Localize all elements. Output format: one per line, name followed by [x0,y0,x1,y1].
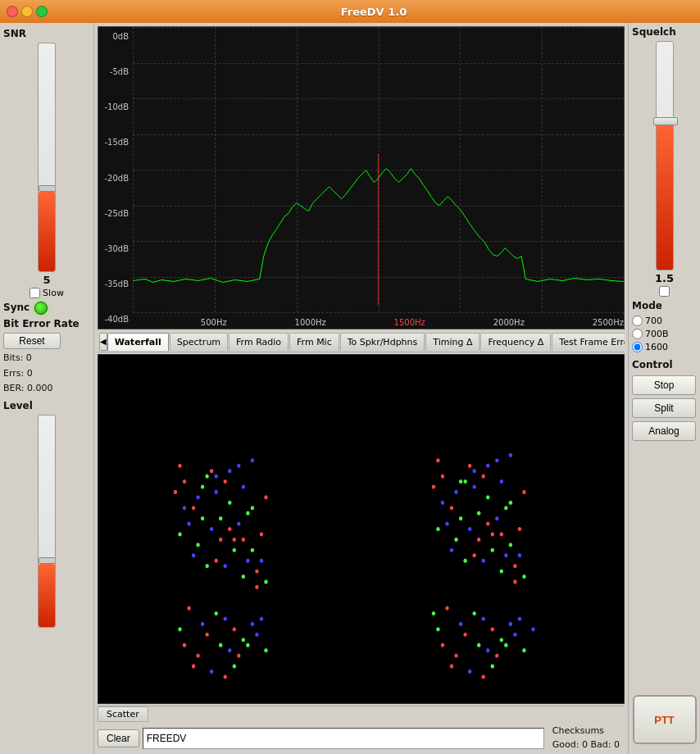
svg-point-15 [251,548,254,552]
tab-waterfall[interactable]: Waterfall [107,333,169,351]
svg-point-85 [500,479,503,484]
svg-point-57 [500,532,503,536]
freq-label-500: 500Hz [201,318,227,327]
split-button[interactable]: Split [632,398,696,418]
slow-checkbox-row[interactable]: Slow [30,288,64,298]
svg-point-36 [205,564,208,568]
svg-point-58 [504,553,507,557]
maximize-button[interactable] [36,6,48,17]
snr-track[interactable] [38,43,56,272]
sync-label: Sync [3,302,30,313]
squelch-fill [657,121,673,270]
svg-point-92 [205,633,208,637]
db-label-2: -10dB [98,102,131,111]
squelch-value: 1.5 [655,272,674,284]
mode-700-radio[interactable] [632,316,643,326]
scatter-tab-row: Scatter [98,706,625,722]
window-controls[interactable] [7,6,48,17]
checksums-label: Checksums [552,724,620,738]
tab-frequency[interactable]: Frequency Δ [480,333,551,351]
scatter-svg [98,355,624,703]
svg-point-24 [242,575,245,579]
close-button[interactable] [7,6,18,17]
svg-point-38 [192,553,195,557]
left-panel: SNR 5 Slow Sync Bit Error Rate Reset [0,23,94,754]
svg-point-56 [491,548,494,552]
svg-point-54 [477,538,480,542]
squelch-track[interactable] [656,41,674,270]
svg-point-126 [450,664,453,668]
svg-point-86 [509,501,512,505]
svg-point-18 [264,579,267,584]
svg-point-129 [441,643,444,647]
db-labels: 0dB -5dB -10dB -15dB -20dB -25dB -30dB -… [98,27,131,329]
mode-section: Mode 700 700B 1600 [632,300,697,352]
db-label-8: -40dB [98,315,131,324]
tab-to-spkr[interactable]: To Spkr/Hdphns [340,333,425,351]
minimize-button[interactable] [21,6,33,17]
squelch-label: Squelch [632,26,676,38]
squelch-thumb[interactable] [653,117,678,125]
tab-frm-radio[interactable]: Frm Radio [229,333,289,351]
svg-point-10 [219,538,222,542]
clear-button[interactable]: Clear [98,729,139,747]
svg-point-87 [486,521,489,525]
svg-point-109 [233,664,236,668]
svg-point-80 [463,559,466,563]
snr-thumb[interactable] [39,185,56,192]
svg-point-77 [504,506,507,510]
tab-frm-mic[interactable]: Frm Mic [289,333,339,351]
mode-700-label: 700 [645,316,662,326]
svg-point-28 [255,585,258,589]
tab-timing[interactable]: Timing Δ [425,333,480,351]
scatter-tab[interactable]: Scatter [98,706,148,722]
svg-point-108 [260,616,263,620]
reset-button[interactable]: Reset [3,333,61,349]
snr-label: SNR [3,28,26,39]
mode-700b-row[interactable]: 700B [632,329,697,339]
svg-point-33 [246,511,249,516]
freq-label-2500: 2500Hz [593,318,624,327]
svg-point-16 [255,569,258,573]
analog-button[interactable]: Analog [632,421,696,441]
svg-point-6 [201,516,204,520]
sync-led [34,302,48,315]
mode-1600-radio[interactable] [632,342,643,352]
level-thumb[interactable] [39,557,56,564]
freedv-input[interactable] [143,728,544,749]
squelch-checkbox-row[interactable] [659,286,670,297]
control-label: Control [632,359,697,370]
slow-checkbox[interactable] [30,288,40,298]
tab-prev-arrow[interactable]: ◀ [99,333,107,351]
svg-point-94 [219,643,222,647]
errs-stat: Errs: 0 [3,366,90,382]
svg-point-8 [210,527,213,531]
center-panel: 0dB -5dB -10dB -15dB -20dB -25dB -30dB -… [94,23,628,754]
svg-point-53 [486,495,489,499]
checksums-good: Good: 0 [552,739,588,750]
db-label-6: -30dB [98,244,131,253]
mode-1600-row[interactable]: 1600 [632,342,697,352]
stop-button[interactable]: Stop [632,375,696,395]
tab-test-frame[interactable]: Test Frame Errors [552,333,625,351]
svg-point-99 [251,622,254,626]
svg-point-61 [518,553,521,557]
svg-point-3 [205,475,208,479]
spectrum-svg [133,27,624,305]
mode-700b-radio[interactable] [632,329,643,339]
svg-point-42 [251,506,254,510]
svg-point-83 [477,511,480,516]
svg-point-31 [210,469,213,473]
squelch-checkbox[interactable] [659,286,670,297]
svg-point-52 [468,527,471,531]
freq-label-1500: 1500Hz [394,318,425,327]
svg-point-64 [445,521,448,525]
ptt-button[interactable]: PTT [633,695,697,744]
mode-700-row[interactable]: 700 [632,316,697,326]
tab-spectrum[interactable]: Spectrum [170,333,228,351]
level-track[interactable] [38,415,56,628]
svg-point-115 [481,616,484,620]
svg-point-35 [183,506,186,510]
svg-point-69 [432,484,435,488]
svg-point-32 [224,564,227,568]
